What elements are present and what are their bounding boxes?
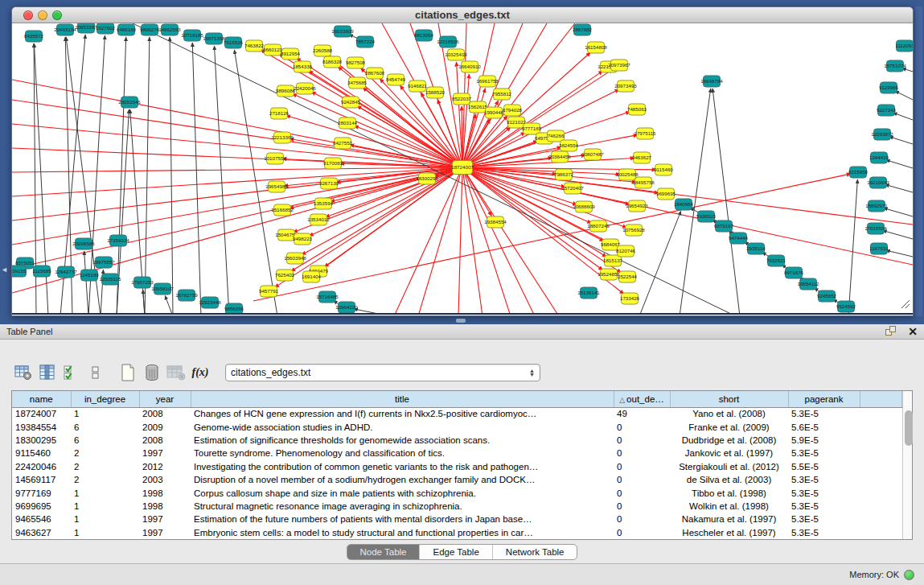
network-node[interactable]: 18807249 — [587, 220, 610, 232]
network-node[interactable]: 9699695 — [656, 188, 676, 200]
network-node[interactable]: 9267130 — [319, 178, 339, 189]
network-edge[interactable] — [458, 174, 462, 315]
network-edge[interactable] — [884, 208, 913, 216]
network-node[interactable]: 12505115 — [99, 274, 121, 285]
network-edge[interactable] — [886, 250, 913, 257]
network-edge[interactable] — [886, 160, 913, 168]
network-edge[interactable] — [394, 173, 460, 315]
network-edge[interactable] — [889, 137, 913, 144]
network-edge[interactable] — [12, 80, 456, 166]
column-header-filler[interactable] — [860, 391, 901, 407]
network-node[interactable]: 9498223 — [293, 233, 313, 245]
west-panel-collapse-arrow[interactable]: ◄ — [1, 266, 8, 274]
network-node[interactable]: 2522544 — [618, 271, 638, 282]
network-node[interactable]: 10719185 — [181, 30, 203, 41]
network-node[interactable]: 10653287 — [75, 23, 97, 33]
network-edge[interactable] — [170, 37, 173, 315]
table-row[interactable]: 1938455462009Genome-wide association stu… — [12, 420, 901, 433]
table-row[interactable]: 977716911998Corpus callosum shape and si… — [12, 486, 901, 499]
network-edge[interactable] — [311, 92, 457, 164]
network-node[interactable]: 18495758 — [632, 177, 655, 188]
table-scrollbar[interactable] — [902, 391, 913, 539]
table-row[interactable]: 911546021997Tourette syndrome. Phenomeno… — [12, 447, 901, 459]
network-node[interactable]: 939155 — [12, 266, 27, 277]
network-node[interactable]: 10325419 — [445, 49, 467, 60]
network-edge[interactable] — [12, 168, 456, 196]
column-header-title[interactable]: title — [191, 391, 614, 407]
network-node[interactable]: 12213369 — [271, 132, 294, 143]
network-node[interactable]: 1353594 — [314, 198, 334, 209]
network-node[interactable]: 1640954 — [674, 199, 694, 210]
network-node[interactable]: 9896086 — [276, 85, 296, 97]
network-node[interactable]: 1244419 — [869, 152, 889, 163]
network-node[interactable]: 9170081 — [323, 158, 343, 169]
network-node[interactable]: 2718126 — [269, 108, 290, 119]
network-node[interactable]: 1588520 — [425, 87, 446, 98]
network-node[interactable]: 2887682 — [573, 24, 593, 35]
network-node[interactable]: 9827508 — [346, 57, 366, 68]
network-node[interactable]: 8186328 — [322, 56, 343, 68]
network-node[interactable]: 9129966 — [879, 82, 899, 93]
network-node[interactable]: 5938923 — [696, 211, 717, 222]
network-node[interactable]: 8120746 — [616, 245, 636, 257]
table-row[interactable]: 946362711997Embryonic stem cells: a mode… — [12, 526, 901, 539]
network-node[interactable]: 9245652 — [817, 290, 837, 302]
network-edge[interactable] — [848, 179, 857, 315]
network-node[interactable]: 16640910 — [458, 61, 481, 72]
network-node[interactable]: 8427552 — [333, 138, 353, 149]
network-node[interactable]: 2803144 — [338, 117, 358, 129]
network-edge[interactable] — [463, 174, 483, 315]
canvas-resize-grip[interactable] — [899, 298, 910, 309]
network-node[interactable]: 9457791 — [259, 286, 279, 297]
table-row[interactable]: 2242004622012Investigating the contribut… — [12, 460, 901, 473]
network-node[interactable]: 10654112 — [797, 278, 819, 290]
network-node[interactable]: 9463627 — [632, 152, 652, 163]
tab-network-table[interactable]: Network Table — [492, 545, 577, 559]
network-node[interactable]: 1990448 — [484, 107, 504, 118]
minimize-window-icon[interactable] — [38, 10, 47, 20]
network-node[interactable]: 1527602 — [96, 23, 116, 34]
network-node[interactable]: 10107554 — [264, 153, 286, 164]
network-edge[interactable] — [639, 211, 681, 315]
memory-status-icon[interactable] — [904, 570, 914, 580]
network-node[interactable]: 15720407 — [561, 183, 584, 194]
network-node[interactable]: 18300295 — [416, 173, 438, 184]
panel-splitter-handle[interactable] — [456, 319, 466, 323]
network-edge[interactable] — [468, 170, 591, 223]
network-node[interactable]: 15166852 — [271, 204, 294, 216]
table-row[interactable]: 1872400712008Changes of HCN gene express… — [12, 407, 901, 420]
network-node[interactable]: 9524562 — [836, 301, 856, 312]
network-edge[interactable] — [214, 46, 229, 315]
column-header-name[interactable]: name — [12, 391, 71, 407]
table-source-combobox[interactable]: citations_edges.txt ▲▼ — [225, 364, 540, 381]
network-node[interactable]: 3824554 — [559, 140, 579, 151]
table-settings-icon[interactable] — [13, 362, 34, 383]
network-node[interactable]: 20973967 — [608, 60, 630, 71]
network-node[interactable]: 12093872 — [871, 129, 893, 140]
delete-column-icon[interactable] — [142, 362, 162, 383]
network-node[interactable]: 10958107 — [151, 283, 174, 295]
network-edge[interactable] — [354, 309, 390, 315]
network-node[interactable]: 8454749 — [386, 74, 406, 85]
network-node[interactable]: 7986372 — [554, 169, 574, 180]
network-edge[interactable] — [885, 184, 913, 192]
network-node[interactable]: 14662553 — [158, 24, 181, 35]
network-node[interactable]: 2867608 — [365, 68, 385, 79]
network-node[interactable]: 7515526 — [224, 37, 244, 48]
network-node[interactable]: 7463822 — [244, 40, 265, 51]
delete-table-icon[interactable] — [166, 362, 187, 383]
network-edge[interactable] — [357, 106, 457, 164]
table-row[interactable]: 969969511998Structural magnetic resonanc… — [12, 500, 901, 513]
network-node[interactable]: 6794028 — [503, 105, 523, 116]
select-attributes-icon[interactable] — [61, 362, 82, 383]
network-edge[interactable] — [895, 91, 913, 100]
function-builder-icon[interactable]: f(x) — [190, 362, 211, 383]
network-node[interactable]: 19654923 — [626, 200, 648, 212]
network-node[interactable]: 16671358 — [203, 33, 225, 44]
network-node[interactable]: 9242845 — [341, 97, 361, 108]
network-node[interactable]: 15716485 — [316, 291, 339, 303]
network-node[interactable]: 7857224 — [355, 36, 376, 47]
rows-icon[interactable] — [85, 362, 106, 383]
close-panel-icon[interactable]: ✕ — [908, 326, 918, 337]
network-node[interactable]: 7955812 — [492, 89, 512, 100]
